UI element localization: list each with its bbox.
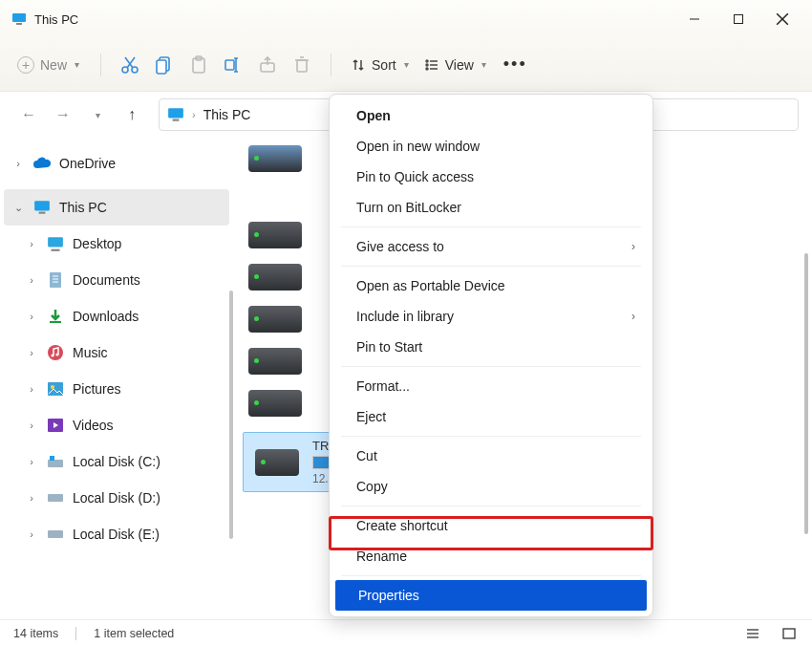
pc-icon xyxy=(32,198,52,217)
context-menu: OpenOpen in new windowPin to Quick acces… xyxy=(329,94,653,617)
context-menu-item[interactable]: Format... xyxy=(333,371,649,401)
view-label: View xyxy=(445,57,474,73)
context-menu-item[interactable]: Copy xyxy=(333,471,649,502)
sidebar-item-documents[interactable]: › Documents xyxy=(4,262,229,298)
context-menu-item[interactable]: Include in library› xyxy=(333,301,649,332)
chevron-down-icon: ▾ xyxy=(481,59,486,70)
cut-icon[interactable] xyxy=(113,55,147,75)
chevron-right-icon[interactable]: › xyxy=(25,311,38,322)
svg-point-22 xyxy=(426,60,428,62)
context-menu-item[interactable]: Pin to Start xyxy=(333,332,649,362)
copy-icon[interactable] xyxy=(147,55,182,75)
context-menu-item[interactable]: Turn on BitLocker xyxy=(333,192,649,223)
sidebar-label: Downloads xyxy=(73,309,139,324)
context-menu-divider xyxy=(341,266,641,267)
minimize-button[interactable] xyxy=(673,4,716,34)
context-menu-item[interactable]: Cut xyxy=(333,441,649,471)
breadcrumb-location[interactable]: This PC xyxy=(203,107,251,122)
context-menu-divider xyxy=(341,366,641,367)
plus-icon: + xyxy=(17,56,34,74)
sidebar-item-desktop[interactable]: › Desktop xyxy=(4,226,229,262)
context-menu-item[interactable]: Rename xyxy=(333,541,649,571)
svg-point-24 xyxy=(426,64,428,66)
context-menu-item[interactable]: Eject xyxy=(333,401,649,432)
chevron-right-icon[interactable]: › xyxy=(25,492,38,504)
svg-point-43 xyxy=(51,385,54,389)
sidebar-label: Pictures xyxy=(73,381,121,397)
context-menu-item[interactable]: Properties xyxy=(335,580,647,611)
titlebar: This PC xyxy=(0,0,812,38)
context-menu-item[interactable]: Pin to Quick access xyxy=(333,162,649,192)
svg-rect-14 xyxy=(225,60,234,70)
drive-icon xyxy=(248,390,302,417)
sidebar: › OneDrive ⌄ This PC › Desktop › Documen… xyxy=(0,138,233,619)
sidebar-item-pictures[interactable]: › Pictures xyxy=(4,371,229,407)
sidebar-item-onedrive[interactable]: › OneDrive xyxy=(4,145,229,182)
up-button[interactable]: ↑ xyxy=(117,99,147,130)
chevron-right-icon[interactable]: › xyxy=(25,347,38,358)
sort-button[interactable]: Sort ▾ xyxy=(343,52,417,78)
svg-rect-48 xyxy=(48,530,63,538)
toolbar: + New ▾ Sort ▾ View ▾ ••• xyxy=(0,38,812,92)
svg-rect-47 xyxy=(48,494,63,502)
maximize-button[interactable] xyxy=(716,4,760,34)
sidebar-label: Local Disk (C:) xyxy=(73,454,160,469)
context-menu-divider xyxy=(341,575,641,576)
sidebar-label: OneDrive xyxy=(59,156,116,171)
download-icon xyxy=(46,307,65,326)
chevron-down-icon[interactable]: ⌄ xyxy=(11,202,25,214)
context-menu-divider xyxy=(341,436,641,437)
svg-rect-29 xyxy=(173,119,180,121)
pc-icon xyxy=(167,107,184,122)
back-button[interactable]: ← xyxy=(13,99,44,130)
details-view-button[interactable] xyxy=(743,626,762,641)
forward-button[interactable]: → xyxy=(48,99,78,130)
chevron-right-icon[interactable]: › xyxy=(25,456,38,467)
svg-rect-3 xyxy=(735,15,743,24)
chevron-right-icon[interactable]: › xyxy=(25,420,38,431)
close-button[interactable] xyxy=(760,4,804,34)
content-scrollbar[interactable] xyxy=(804,253,808,534)
context-menu-item[interactable]: Open xyxy=(333,100,649,131)
sidebar-label: Documents xyxy=(73,272,140,288)
drive-icon xyxy=(255,449,299,476)
new-button[interactable]: + New ▾ xyxy=(8,51,89,79)
thumbnails-view-button[interactable] xyxy=(780,626,799,641)
svg-rect-34 xyxy=(50,272,61,288)
chevron-right-icon[interactable]: › xyxy=(25,528,38,540)
sidebar-item-downloads[interactable]: › Downloads xyxy=(4,298,229,334)
pc-icon xyxy=(11,12,27,26)
chevron-right-icon[interactable]: › xyxy=(25,383,38,395)
paste-icon xyxy=(182,55,216,75)
svg-point-26 xyxy=(426,68,428,70)
sidebar-item-disk-d[interactable]: › Local Disk (D:) xyxy=(4,480,229,516)
sidebar-item-music[interactable]: › Music xyxy=(4,334,229,371)
disk-icon xyxy=(46,452,65,471)
disk-icon xyxy=(46,488,65,507)
rename-icon[interactable] xyxy=(216,55,250,75)
drive-icon xyxy=(248,348,302,375)
view-button[interactable]: View ▾ xyxy=(417,52,494,78)
recent-button[interactable]: ▾ xyxy=(82,99,113,130)
toolbar-divider xyxy=(331,54,331,76)
svg-rect-30 xyxy=(34,201,50,210)
chevron-right-icon[interactable]: › xyxy=(25,274,38,286)
window-title: This PC xyxy=(34,12,673,27)
chevron-right-icon[interactable]: › xyxy=(25,238,38,249)
svg-rect-33 xyxy=(52,249,60,251)
sidebar-item-disk-e[interactable]: › Local Disk (E:) xyxy=(4,516,229,552)
sidebar-item-disk-c[interactable]: › Local Disk (C:) xyxy=(4,443,229,480)
svg-rect-31 xyxy=(39,212,46,214)
svg-rect-1 xyxy=(16,23,22,25)
status-bar: 14 items 1 item selected xyxy=(0,619,812,646)
sidebar-item-this-pc[interactable]: ⌄ This PC xyxy=(4,189,229,226)
chevron-right-icon[interactable]: › xyxy=(11,158,25,169)
more-button[interactable]: ••• xyxy=(494,54,537,75)
svg-rect-42 xyxy=(48,382,63,396)
context-menu-item[interactable]: Open in new window xyxy=(333,131,649,162)
context-menu-item[interactable]: Give access to› xyxy=(333,231,649,262)
context-menu-item[interactable]: Create shortcut xyxy=(333,510,649,541)
sidebar-item-videos[interactable]: › Videos xyxy=(4,407,229,443)
toolbar-divider xyxy=(100,54,101,76)
context-menu-item[interactable]: Open as Portable Device xyxy=(333,270,649,301)
